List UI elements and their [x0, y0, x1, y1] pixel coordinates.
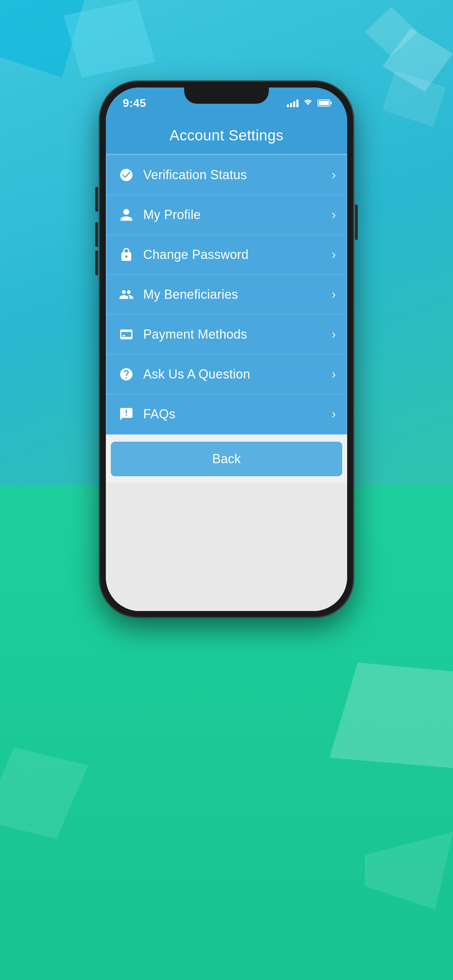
bg-decoration-5 — [382, 70, 446, 127]
menu-item-my-profile[interactable]: My Profile › — [106, 195, 347, 235]
profile-icon — [117, 206, 135, 224]
beneficiaries-icon — [117, 285, 135, 304]
bg-white-poly — [329, 662, 453, 768]
battery-fill — [319, 101, 329, 105]
page-title: Account Settings — [120, 127, 333, 144]
chevron-icon: › — [332, 287, 336, 302]
status-icons — [287, 98, 330, 108]
question-icon — [117, 365, 135, 383]
back-button[interactable]: Back — [111, 442, 342, 476]
phone-screen: 9:45 Account Settin — [106, 88, 347, 611]
menu-item-faqs[interactable]: FAQs › — [106, 395, 347, 434]
notch — [184, 88, 269, 104]
chevron-icon: › — [332, 367, 336, 382]
menu-label-payment-methods: Payment Methods — [143, 327, 332, 342]
phone-frame: 9:45 Account Settin — [100, 81, 353, 617]
menu-item-change-password[interactable]: Change Password › — [106, 235, 347, 275]
verification-icon — [117, 166, 135, 184]
menu-item-verification-status[interactable]: Verification Status › — [106, 155, 347, 195]
menu-list: Verification Status › My Profile › — [106, 154, 347, 434]
menu-label-my-profile: My Profile — [143, 207, 332, 222]
menu-label-my-beneficiaries: My Beneficiaries — [143, 287, 332, 302]
battery-icon — [318, 99, 330, 107]
bg-green-poly-2 — [365, 832, 453, 910]
wifi-icon — [304, 98, 313, 108]
menu-item-payment-methods[interactable]: Payment Methods › — [106, 315, 347, 355]
bg-green-poly-1 — [0, 747, 88, 839]
chevron-icon: › — [332, 167, 336, 182]
menu-label-verification-status: Verification Status — [143, 167, 332, 182]
menu-label-faqs: FAQs — [143, 407, 332, 422]
chevron-icon: › — [332, 407, 336, 422]
lock-icon — [117, 245, 135, 264]
svg-rect-0 — [123, 174, 125, 177]
app-header: Account Settings — [106, 119, 347, 154]
chevron-icon: › — [332, 247, 336, 262]
status-bar: 9:45 — [106, 88, 347, 119]
chevron-icon: › — [332, 207, 336, 222]
phone-wrapper: 9:45 Account Settin — [100, 81, 353, 617]
menu-item-ask-question[interactable]: Ask Us A Question › — [106, 355, 347, 395]
faqs-icon — [117, 405, 135, 423]
chevron-icon: › — [332, 327, 336, 342]
svg-rect-1 — [120, 218, 123, 222]
status-time: 9:45 — [123, 97, 146, 110]
menu-label-change-password: Change Password — [143, 247, 332, 262]
payment-icon — [117, 325, 135, 344]
signal-bars-icon — [287, 99, 299, 107]
screen-empty-area — [106, 483, 347, 611]
menu-label-ask-question: Ask Us A Question — [143, 367, 332, 382]
menu-item-my-beneficiaries[interactable]: My Beneficiaries › — [106, 275, 347, 315]
